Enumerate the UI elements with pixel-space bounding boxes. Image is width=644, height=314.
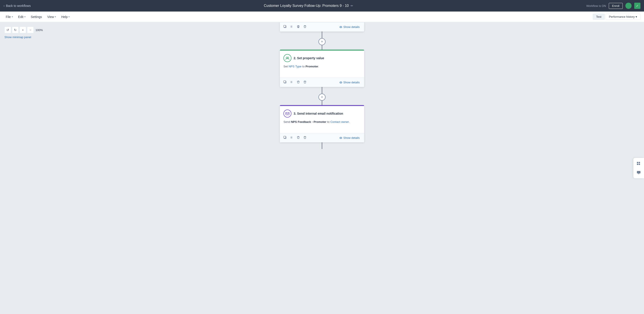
svg-point-9	[291, 27, 291, 28]
edit-menu-button[interactable]: Edit ▾	[16, 14, 28, 20]
connector-5	[322, 142, 322, 149]
card-1-drag-icon[interactable]	[289, 24, 294, 30]
svg-point-10	[292, 26, 292, 26]
card-2-drag-icon[interactable]	[289, 80, 294, 85]
card-3-desc-suffix: .	[349, 120, 350, 124]
card-2-delete-icon[interactable]	[296, 80, 301, 85]
performance-history-button[interactable]: Performance history ▾	[606, 14, 640, 20]
redo-button[interactable]: ↻	[12, 27, 18, 33]
back-label: Back to workflows	[6, 4, 31, 8]
nav-right-controls: Workflow is ON Enroll ✓	[586, 3, 640, 9]
svg-point-32	[291, 138, 291, 138]
perf-history-chevron-icon: ▾	[636, 15, 637, 19]
card-2-desc-prefix: Set	[284, 65, 288, 68]
settings-menu-button[interactable]: Settings	[28, 14, 44, 20]
workflow-canvas-area: ↺ ↻ + − 100% Show minimap panel	[0, 22, 644, 314]
enroll-button[interactable]: Enroll	[609, 3, 623, 9]
svg-point-22	[292, 81, 292, 82]
card-2-description: Set NPS Type to Promoter.	[284, 64, 360, 75]
svg-point-37	[340, 138, 341, 138]
svg-point-12	[292, 27, 292, 28]
confirm-button[interactable]: ✓	[634, 3, 640, 9]
zoom-in-button[interactable]: +	[20, 27, 26, 33]
redo-icon: ↻	[14, 28, 16, 32]
undo-button[interactable]: ↺	[4, 27, 11, 33]
card-3-description: Send NPS Feedback - Promoter to Contact …	[284, 120, 360, 130]
chat-panel-button[interactable]	[635, 169, 643, 176]
svg-rect-1	[637, 164, 638, 165]
card-1-trash-icon[interactable]	[302, 24, 307, 30]
zoom-level: 100%	[36, 28, 43, 32]
card-3-body: 3. Send internal email notification Send…	[280, 106, 364, 133]
workflow-card-3: 3. Send internal email notification Send…	[280, 105, 364, 142]
workflow-title: Customer Loyalty Survey Follow-Up: Promo…	[264, 4, 348, 8]
check-icon: ✓	[636, 4, 639, 8]
svg-point-23	[292, 82, 292, 82]
card-3-trash-icon[interactable]	[302, 135, 307, 141]
card-1-delete-icon[interactable]	[296, 24, 301, 30]
svg-rect-3	[639, 164, 640, 165]
workflow-card-1-partial: Show details	[280, 22, 364, 32]
svg-point-7	[291, 26, 291, 26]
card-3-desc-middle: to	[326, 120, 330, 124]
card-3-desc-bold: NPS Feedback - Promoter	[291, 120, 326, 124]
edit-chevron-icon: ▾	[24, 16, 26, 18]
view-menu-button[interactable]: View ▾	[45, 14, 58, 20]
chat-icon	[636, 170, 641, 175]
file-menu-button[interactable]: File ▾	[4, 14, 15, 20]
svg-point-16	[288, 57, 289, 58]
svg-point-26	[340, 82, 341, 83]
card-3-drag-icon[interactable]	[289, 135, 294, 141]
card-2-show-details-button[interactable]: Show details	[338, 80, 362, 85]
card-2-copy-icon[interactable]	[282, 80, 288, 85]
card-2-desc-bold: Promoter	[306, 65, 318, 68]
canvas-controls: ↺ ↻ + − 100%	[4, 27, 43, 33]
test-button[interactable]: Test	[593, 14, 605, 20]
card-3-copy-icon[interactable]	[282, 135, 288, 141]
grid-panel-button[interactable]	[635, 160, 643, 168]
card-3-actions: Show details	[280, 133, 364, 142]
view-label: View	[47, 15, 54, 19]
card-3-delete-icon[interactable]	[296, 135, 301, 141]
card-2-body: 2. Set property value Set NPS Type to Pr…	[280, 51, 364, 78]
svg-point-33	[292, 137, 292, 137]
back-to-workflows-button[interactable]: ‹ Back to workflows	[4, 4, 31, 8]
add-step-button-2[interactable]: +	[318, 94, 326, 101]
card-3-show-details-button[interactable]: Show details	[338, 135, 362, 140]
workflow-status: Workflow is ON	[586, 4, 606, 8]
svg-rect-0	[637, 162, 638, 163]
card-3-title: 3. Send internal email notification	[294, 112, 343, 115]
card-1-copy-icon[interactable]	[282, 24, 288, 30]
show-minimap-link[interactable]: Show minimap panel	[4, 36, 31, 39]
top-navigation: ‹ Back to workflows Customer Loyalty Sur…	[0, 0, 644, 12]
email-icon	[285, 111, 290, 116]
eye-icon-3	[339, 136, 342, 139]
card-3-desc-prefix: Send	[284, 120, 291, 124]
svg-rect-18	[284, 81, 286, 83]
back-arrow-icon: ‹	[4, 4, 5, 8]
zoom-out-button[interactable]: −	[27, 27, 34, 33]
file-label: File	[6, 15, 11, 19]
secondary-toolbar: File ▾ Edit ▾ Settings View ▾ Help ▾ Tes…	[0, 12, 644, 22]
svg-point-8	[291, 26, 291, 27]
edit-title-icon[interactable]: ✏	[350, 4, 353, 8]
set-property-icon	[285, 56, 290, 60]
svg-point-35	[292, 138, 292, 138]
workflow-card-2: 2. Set property value Set NPS Type to Pr…	[280, 50, 364, 87]
card-2-actions: Show details	[280, 78, 364, 87]
add-icon-1: +	[321, 40, 323, 44]
edit-label: Edit	[18, 15, 24, 19]
card-2-trash-icon[interactable]	[302, 80, 307, 85]
svg-point-31	[291, 137, 291, 138]
undo-icon: ↺	[6, 28, 9, 32]
svg-point-34	[292, 137, 292, 138]
card-1-show-details-button[interactable]: Show details	[338, 24, 362, 30]
add-step-button-1[interactable]: +	[318, 38, 326, 45]
file-chevron-icon: ▾	[12, 16, 13, 18]
svg-rect-2	[639, 162, 640, 163]
help-menu-button[interactable]: Help ▾	[59, 14, 72, 20]
svg-rect-6	[284, 25, 286, 27]
plus-icon: +	[22, 28, 24, 32]
svg-point-21	[291, 83, 291, 83]
svg-point-20	[291, 82, 291, 82]
